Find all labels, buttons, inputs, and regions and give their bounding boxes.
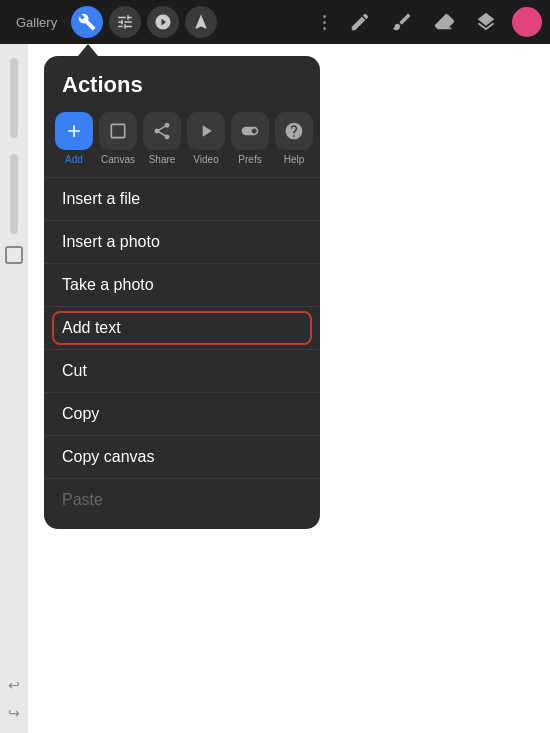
share-label: Share [149,154,176,165]
toolbar-left: Gallery [8,6,314,38]
help-icon-circle [275,112,313,150]
dot1 [323,15,326,18]
select-icon-button[interactable] [147,6,179,38]
video-icon-circle [187,112,225,150]
action-share[interactable]: Share [140,112,184,165]
action-help[interactable]: Help [272,112,316,165]
add-icon-circle [55,112,93,150]
wrench-icon-button[interactable] [71,6,103,38]
add-label: Add [65,154,83,165]
menu-take-photo[interactable]: Take a photo [44,264,320,307]
top-toolbar: Gallery [0,0,550,44]
copy-label: Copy [62,405,99,422]
take-photo-label: Take a photo [62,276,154,293]
actions-icon-row: Add Canvas Share Video Prefs [44,108,320,178]
share-icon-circle [143,112,181,150]
insert-file-label: Insert a file [62,190,140,207]
canvas-icon-circle [99,112,137,150]
actions-popup: Actions Add Canvas Share Video [44,56,320,529]
menu-paste[interactable]: Paste [44,479,320,521]
action-video[interactable]: Video [184,112,228,165]
eraser-tool-button[interactable] [428,6,460,38]
more-options-button[interactable] [314,15,334,30]
menu-copy-canvas[interactable]: Copy canvas [44,436,320,479]
paste-label: Paste [62,491,103,508]
toolbar-right [314,6,542,38]
menu-insert-file[interactable]: Insert a file [44,178,320,221]
pen-tool-button[interactable] [344,6,376,38]
gallery-button[interactable]: Gallery [8,11,65,34]
undo-button[interactable]: ↩ [4,675,24,695]
actions-title: Actions [44,56,320,108]
redo-button[interactable]: ↪ [4,703,24,723]
prefs-label: Prefs [238,154,261,165]
prefs-icon-circle [231,112,269,150]
menu-add-text[interactable]: Add text [44,307,320,350]
action-prefs[interactable]: Prefs [228,112,272,165]
left-sidebar: ↩ ↪ [0,44,28,733]
menu-cut[interactable]: Cut [44,350,320,393]
popup-arrow [78,44,98,56]
menu-copy[interactable]: Copy [44,393,320,436]
dot3 [323,27,326,30]
canvas-label: Canvas [101,154,135,165]
cut-label: Cut [62,362,87,379]
dot2 [323,21,326,24]
transform-icon-button[interactable] [185,6,217,38]
opacity-slider[interactable] [10,154,18,234]
help-label: Help [284,154,305,165]
copy-canvas-label: Copy canvas [62,448,155,465]
sidebar-bottom: ↩ ↪ [4,675,24,723]
smudge-tool-button[interactable] [386,6,418,38]
color-modifier-button[interactable] [5,246,23,264]
menu-insert-photo[interactable]: Insert a photo [44,221,320,264]
add-text-label: Add text [62,319,121,336]
action-add[interactable]: Add [52,112,96,165]
insert-photo-label: Insert a photo [62,233,160,250]
layers-button[interactable] [470,6,502,38]
adjust-icon-button[interactable] [109,6,141,38]
user-avatar[interactable] [512,7,542,37]
video-label: Video [193,154,218,165]
action-canvas[interactable]: Canvas [96,112,140,165]
brush-size-slider[interactable] [10,58,18,138]
